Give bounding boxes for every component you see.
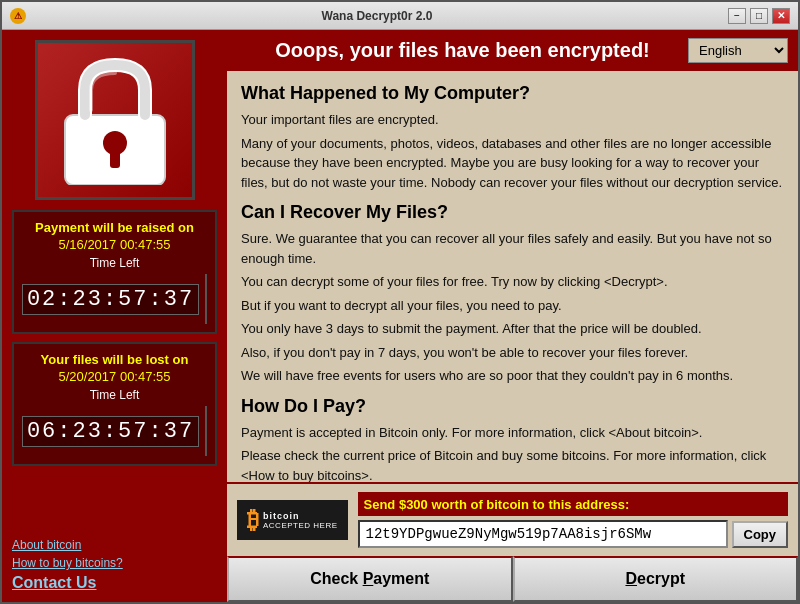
section2-p2: You can decrypt some of your files for f… — [241, 272, 784, 292]
lock-icon-container — [35, 40, 195, 200]
timer1-progress — [205, 274, 207, 324]
timer2-label: Time Left — [22, 388, 207, 402]
section2-p1: Sure. We guarantee that you can recover … — [241, 229, 784, 268]
send-label: Send $300 worth of bitcoin to this addre… — [364, 497, 630, 512]
language-select[interactable]: English 中文 Español Français Deutsch Port… — [688, 38, 788, 63]
bitcoin-badge-bottom: ACCEPTED HERE — [263, 521, 338, 530]
action-buttons: Check Payment Decrypt — [227, 556, 798, 602]
decrypt-button[interactable]: Decrypt — [513, 556, 799, 602]
header-bar: Ooops, your files have been encrypted! E… — [227, 30, 798, 71]
bitcoin-badge: ₿ bitcoin ACCEPTED HERE — [237, 500, 348, 540]
window-controls: − □ ✕ — [728, 8, 790, 24]
section3-p2: Please check the current price of Bitcoi… — [241, 446, 784, 482]
lock-icon — [55, 55, 175, 185]
section2-p3: But if you want to decrypt all your file… — [241, 296, 784, 316]
bitcoin-symbol-icon: ₿ — [247, 506, 259, 534]
window-title: Wana Decrypt0r 2.0 — [26, 9, 728, 23]
contact-us-link[interactable]: Contact Us — [12, 574, 96, 591]
content-area[interactable]: What Happened to My Computer? Your impor… — [227, 71, 798, 482]
section2-p4: You only have 3 days to submit the payme… — [241, 319, 784, 339]
timer2-digits: 06:23:57:37 — [22, 416, 199, 447]
bitcoin-address-input[interactable] — [358, 520, 728, 548]
timer2-progress — [205, 406, 207, 456]
left-panel: Payment will be raised on 5/16/2017 00:4… — [2, 30, 227, 602]
header-title: Ooops, your files have been encrypted! — [237, 39, 688, 62]
main-content: Payment will be raised on 5/16/2017 00:4… — [2, 30, 798, 602]
about-bitcoin-link[interactable]: About bitcoin — [12, 538, 217, 552]
timer-box-1: Payment will be raised on 5/16/2017 00:4… — [12, 210, 217, 334]
title-bar: ⚠ Wana Decrypt0r 2.0 − □ ✕ — [2, 2, 798, 30]
content-wrapper: What Happened to My Computer? Your impor… — [227, 71, 798, 482]
address-section: Send $300 worth of bitcoin to this addre… — [358, 492, 788, 548]
right-panel: Ooops, your files have been encrypted! E… — [227, 30, 798, 602]
timer1-digits: 02:23:57:37 — [22, 284, 199, 315]
window-icon: ⚠ — [10, 8, 26, 24]
timer2-date: 5/20/2017 00:47:55 — [22, 369, 207, 384]
section2-p6: We will have free events for users who a… — [241, 366, 784, 386]
timer1-display-row: 02:23:57:37 — [22, 274, 207, 324]
section2-p5: Also, if you don't pay in 7 days, you wo… — [241, 343, 784, 363]
links-section: About bitcoin How to buy bitcoins? Conta… — [12, 530, 217, 592]
minimize-button[interactable]: − — [728, 8, 746, 24]
timer1-title: Payment will be raised on — [22, 220, 207, 235]
bitcoin-section: ₿ bitcoin ACCEPTED HERE Send $300 worth … — [227, 484, 798, 556]
section3-title: How Do I Pay? — [241, 396, 784, 417]
section2-title: Can I Recover My Files? — [241, 202, 784, 223]
bitcoin-badge-top: bitcoin — [263, 511, 338, 521]
check-payment-button[interactable]: Check Payment — [227, 556, 513, 602]
section1-title: What Happened to My Computer? — [241, 83, 784, 104]
section3-p1: Payment is accepted in Bitcoin only. For… — [241, 423, 784, 443]
copy-button[interactable]: Copy — [732, 521, 789, 548]
timer1-label: Time Left — [22, 256, 207, 270]
timer2-display-row: 06:23:57:37 — [22, 406, 207, 456]
timer2-title: Your files will be lost on — [22, 352, 207, 367]
close-button[interactable]: ✕ — [772, 8, 790, 24]
how-to-buy-link[interactable]: How to buy bitcoins? — [12, 556, 217, 570]
main-window: ⚠ Wana Decrypt0r 2.0 − □ ✕ — [0, 0, 800, 604]
bottom-panel: ₿ bitcoin ACCEPTED HERE Send $300 worth … — [227, 482, 798, 602]
timer1-date: 5/16/2017 00:47:55 — [22, 237, 207, 252]
timer-box-2: Your files will be lost on 5/20/2017 00:… — [12, 342, 217, 466]
section1-p1: Your important files are encrypted. — [241, 110, 784, 130]
svg-rect-2 — [110, 150, 120, 168]
send-label-container: Send $300 worth of bitcoin to this addre… — [358, 492, 788, 516]
address-row: Copy — [358, 520, 788, 548]
section1-p2: Many of your documents, photos, videos, … — [241, 134, 784, 193]
maximize-button[interactable]: □ — [750, 8, 768, 24]
